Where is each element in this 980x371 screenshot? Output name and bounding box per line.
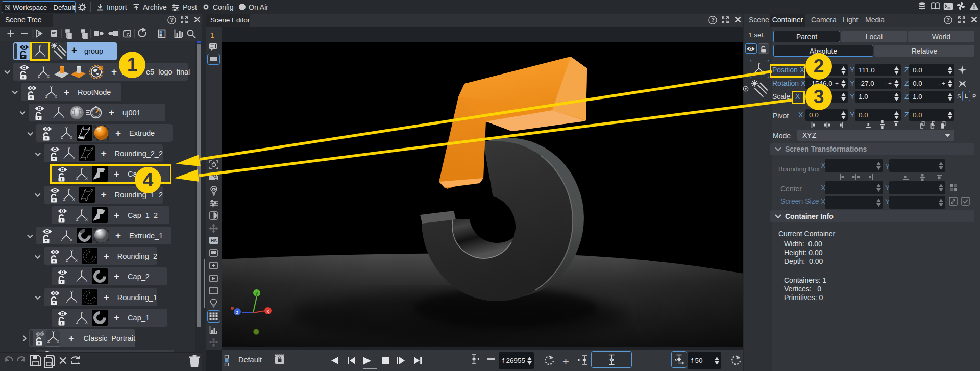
svg-text:X: X (55, 95, 57, 98)
svg-text:X: X (75, 259, 78, 262)
svg-text:Z: Z (63, 156, 66, 160)
svg-text:Z: Z (45, 95, 48, 98)
svg-text:?: ? (946, 17, 950, 23)
svg-text:X: X (57, 340, 59, 343)
svg-text:X: X (85, 218, 88, 221)
svg-text:X: X (72, 197, 75, 201)
svg-text:Y: Y (758, 62, 761, 66)
svg-text:Z: Z (753, 71, 756, 75)
svg-text:Z: Z (66, 300, 68, 304)
svg-text:Y: Y (68, 188, 70, 192)
svg-text:Y: Y (58, 106, 60, 110)
svg-text:X: X (70, 136, 72, 139)
svg-text:?: ? (170, 17, 174, 23)
svg-text:Y: Y (65, 127, 68, 130)
svg-text:Z: Z (61, 136, 63, 139)
svg-text:Y: Y (52, 331, 55, 334)
svg-text:Y: Y (65, 229, 68, 233)
svg-text:Y: Y (42, 65, 45, 69)
svg-text:Y: Y (39, 45, 41, 48)
svg-text:Z: Z (38, 75, 40, 78)
svg-text:X: X (75, 300, 78, 304)
svg-text:Z: Z (34, 54, 37, 58)
svg-text:X: X (43, 54, 46, 58)
svg-text:Z: Z (61, 238, 63, 242)
svg-text:Z: Z (76, 218, 79, 221)
svg-text:y: y (256, 291, 258, 296)
svg-text:X: X (85, 279, 88, 283)
svg-text:Z: Z (76, 177, 79, 180)
svg-text:G: G (126, 32, 130, 37)
svg-text:Z: Z (76, 320, 79, 324)
svg-text:Y: Y (50, 86, 53, 89)
svg-text:X: X (763, 71, 765, 75)
svg-text:z: z (236, 310, 239, 315)
svg-text:Y: Y (81, 270, 83, 274)
svg-text:Y: Y (70, 250, 73, 253)
svg-text:X: X (85, 320, 88, 324)
svg-text:Y: Y (81, 167, 83, 171)
svg-text:X: X (70, 238, 72, 242)
svg-text:Z: Z (76, 279, 79, 283)
svg-text:?: ? (711, 17, 715, 23)
svg-text:X: X (85, 177, 88, 180)
svg-text:Z: Z (63, 197, 66, 201)
svg-text:X: X (47, 75, 50, 78)
svg-text:Z: Z (47, 340, 50, 343)
svg-text:Y: Y (68, 147, 70, 151)
svg-text:HS: HS (211, 238, 217, 243)
svg-text:X: X (72, 156, 75, 160)
svg-text:Y: Y (70, 291, 73, 294)
svg-text:x: x (267, 309, 270, 314)
svg-text:Y: Y (81, 209, 83, 212)
svg-text:Y: Y (81, 311, 83, 315)
svg-text:Z: Z (66, 259, 68, 262)
svg-text:X: X (62, 115, 65, 119)
svg-text:Z: Z (53, 115, 56, 119)
